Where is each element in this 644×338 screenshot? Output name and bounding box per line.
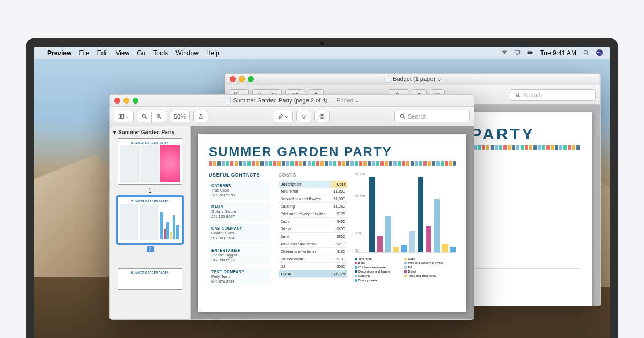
- spotlight-icon[interactable]: [583, 49, 589, 57]
- chart-bar: [418, 177, 423, 252]
- legend-item: DJ: [404, 266, 450, 269]
- menubar-clock[interactable]: Tue 9:41 AM: [540, 49, 576, 57]
- laptop-bezel: Preview File Edit View Go Tools Window H…: [26, 38, 618, 338]
- contact-block: CATERERTrue Cook315 203 5678: [209, 181, 271, 200]
- table-row: Table and chair rental$210: [279, 240, 347, 248]
- contact-block: ENTERTAINERJoe the Juggler347 998 6523: [209, 246, 271, 265]
- fullscreen-button[interactable]: [133, 98, 138, 104]
- svg-rect-1: [528, 51, 532, 54]
- document-page: SUMMER GARDEN PARTY USEFUL CONTACTS CATE…: [198, 134, 466, 312]
- title-chevron-icon[interactable]: ⌄: [437, 76, 442, 82]
- contact-block: CAB COMPANYColorful Cabs917 883 3114: [209, 224, 271, 243]
- chart-bar: [442, 244, 448, 252]
- edited-indicator: — Edited: [329, 97, 353, 104]
- svg-rect-11: [119, 114, 121, 119]
- close-button[interactable]: [230, 76, 236, 82]
- table-row: Children's entertainer$180: [279, 248, 347, 255]
- app-menu[interactable]: Preview: [47, 49, 71, 57]
- contact-block: BANDGuitars Galore212 123 8667: [209, 202, 271, 222]
- window-title: Summer Garden Party (page 2 of 4): [233, 97, 327, 104]
- table-row: Cabs$400: [279, 218, 347, 225]
- cost-chart: $1,900$1,350$450$0: [355, 172, 456, 253]
- toolbar: ⌄ 50% ⌄ Search: [110, 107, 474, 126]
- page-number: 1: [113, 188, 187, 194]
- doc-title: SUMMER GARDEN PARTY: [209, 144, 456, 159]
- legend-item: Drinks: [404, 270, 450, 273]
- close-button[interactable]: [114, 98, 120, 104]
- svg-rect-2: [533, 52, 533, 53]
- markup-button[interactable]: [314, 111, 330, 122]
- annotate-button[interactable]: ⌄: [274, 111, 293, 122]
- share-button[interactable]: [193, 111, 208, 122]
- party-window[interactable]: 📄 Summer Garden Party (page 2 of 4) — Ed…: [109, 94, 474, 320]
- table-row: Catering$1,260: [279, 203, 347, 210]
- menu-go[interactable]: Go: [137, 49, 145, 57]
- bunting-decoration: [209, 161, 456, 166]
- window-title: Budget (1 page): [393, 76, 435, 82]
- total-row: TOTAL$7,775: [279, 270, 347, 278]
- legend-item: Print and delivery of invites: [404, 261, 450, 264]
- minimize-button[interactable]: [123, 98, 129, 104]
- siri-icon[interactable]: [596, 49, 603, 58]
- titlebar[interactable]: 📄 Summer Garden Party (page 2 of 4) — Ed…: [110, 95, 474, 107]
- sidebar-doc-title[interactable]: ▾ Summer Garden Party: [113, 129, 187, 135]
- search-input[interactable]: Search: [510, 89, 596, 101]
- table-row: Bouncy castle$130: [279, 255, 347, 263]
- menu-file[interactable]: File: [79, 49, 89, 57]
- page-thumbnail-2[interactable]: SUMMER GARDEN PARTY: [118, 197, 182, 243]
- title-chevron-icon[interactable]: ⌄: [355, 97, 360, 104]
- costs-table: DescriptionCost Tent rental$1,800Decorat…: [279, 181, 347, 278]
- chart-bar: [377, 236, 383, 252]
- menu-help[interactable]: Help: [206, 49, 219, 57]
- contacts-heading: USEFUL CONTACTS: [209, 172, 271, 178]
- table-row: Decorations and flowers$1,800: [279, 195, 347, 203]
- search-input[interactable]: Search: [394, 111, 470, 122]
- menubar: Preview File Edit View Go Tools Window H…: [34, 47, 610, 59]
- table-row: Band$850: [279, 233, 347, 240]
- legend-item: Bouncy castle: [355, 278, 401, 282]
- legend-item: Catering: [355, 274, 401, 277]
- camera-dot: [320, 42, 324, 45]
- thumbnails-sidebar: ▾ Summer Garden Party SUMMER GARDEN PART…: [110, 126, 191, 319]
- chart-bar: [369, 177, 375, 252]
- table-row: Tent rental$1,800: [279, 188, 347, 195]
- airplay-icon[interactable]: [514, 49, 521, 57]
- table-row: DJ$500: [279, 263, 347, 270]
- menu-edit[interactable]: Edit: [97, 49, 108, 57]
- legend-item: Tent rental: [355, 257, 401, 260]
- contact-block: TENT COMPANYParty Tents646 876 2424: [209, 267, 271, 286]
- battery-icon[interactable]: [527, 49, 533, 57]
- wifi-icon[interactable]: [501, 49, 508, 57]
- zoom-in-button[interactable]: [152, 111, 166, 122]
- zoom-out-button[interactable]: [137, 111, 152, 122]
- menu-tools[interactable]: Tools: [153, 49, 168, 57]
- svg-point-16: [400, 114, 404, 117]
- chart-bar: [434, 199, 440, 252]
- chart-legend: Tent rentalCabsBandPrint and delivery of…: [355, 257, 456, 282]
- svg-point-10: [516, 93, 519, 96]
- legend-item: Decorations and flowers: [355, 270, 401, 273]
- chart-bar: [385, 216, 391, 252]
- menu-view[interactable]: View: [115, 49, 129, 57]
- page-number-selected: 2: [147, 246, 154, 252]
- zoom-level[interactable]: 50%: [170, 111, 190, 122]
- minimize-button[interactable]: [239, 76, 245, 82]
- chart-bar: [450, 247, 456, 252]
- legend-item: Table and chair rental: [404, 274, 450, 277]
- legend-item: Cabs: [404, 257, 450, 260]
- rotate-button[interactable]: [296, 111, 311, 122]
- legend-item: Children's entertainer: [355, 266, 401, 269]
- table-row: Print and delivery of invites$125: [279, 210, 347, 218]
- page-thumbnail-3[interactable]: SUMMER GARDEN PARTY: [118, 268, 182, 290]
- chart-bar: [409, 231, 415, 252]
- costs-heading: COSTS: [279, 172, 347, 178]
- titlebar[interactable]: 📄 Budget (1 page) ⌄: [225, 74, 600, 85]
- contacts-list: CATERERTrue Cook315 203 5678BANDGuitars …: [209, 181, 271, 286]
- menu-window[interactable]: Window: [175, 49, 199, 57]
- table-row: Drinks$630: [279, 225, 347, 233]
- fullscreen-button[interactable]: [248, 76, 254, 82]
- chart-bar: [426, 226, 431, 252]
- chart-bar: [401, 245, 407, 252]
- page-thumbnail-1[interactable]: SUMMER GARDEN PARTY: [118, 138, 182, 185]
- view-mode-button[interactable]: ⌄: [114, 111, 134, 122]
